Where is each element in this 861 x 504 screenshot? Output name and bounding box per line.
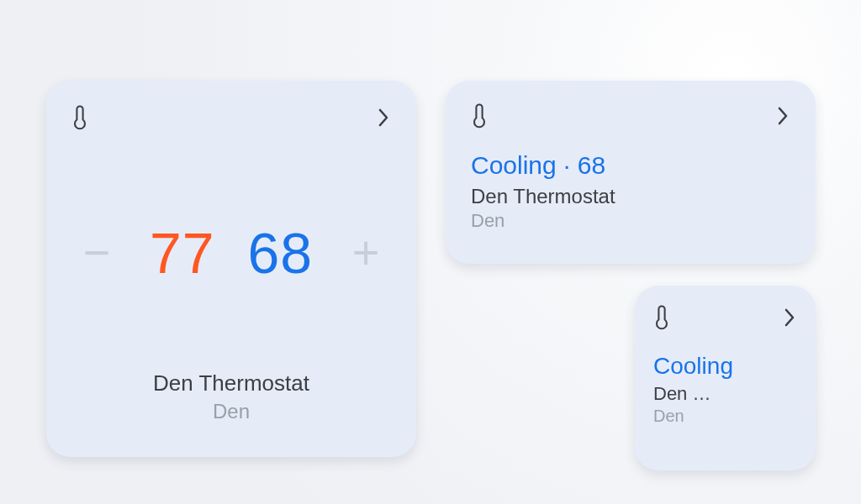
increase-button[interactable]: + (346, 229, 386, 276)
thermostat-card-small[interactable]: Cooling Den … Den (635, 286, 816, 470)
status-line: Cooling · 68 (471, 151, 790, 180)
device-name: Den … (653, 383, 797, 405)
cool-setpoint: 68 (247, 224, 313, 281)
thermostat-card-large[interactable]: − 77 68 + Den Thermostat Den (46, 81, 416, 457)
thermostat-card-medium[interactable]: Cooling · 68 Den Thermostat Den (446, 81, 816, 264)
thermometer-icon (471, 102, 488, 133)
chevron-right-icon[interactable] (775, 104, 790, 131)
room-name: Den (471, 210, 790, 232)
room-name: Den (71, 400, 391, 423)
chevron-right-icon[interactable] (376, 106, 391, 133)
thermometer-icon (71, 104, 88, 134)
room-name: Den (653, 407, 797, 426)
heat-setpoint: 77 (150, 224, 215, 281)
device-name: Den Thermostat (71, 370, 391, 396)
thermometer-icon (653, 304, 670, 334)
chevron-right-icon[interactable] (782, 306, 797, 333)
decrease-button[interactable]: − (77, 229, 117, 276)
status-line: Cooling (653, 353, 797, 380)
device-name: Den Thermostat (471, 185, 790, 208)
